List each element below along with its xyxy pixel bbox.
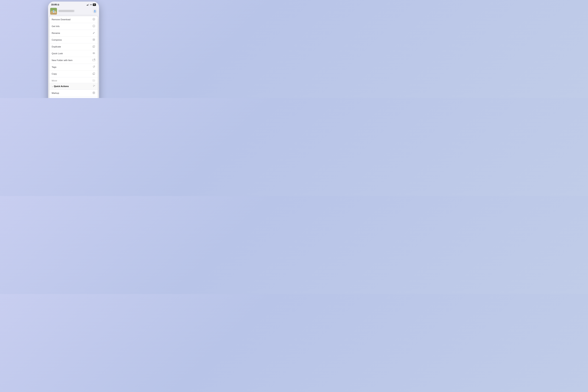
menu-item-move[interactable]: Move [50, 77, 98, 83]
phone-frame: 15:05 83 [48, 2, 99, 98]
thumbnail-image [50, 8, 57, 15]
menu-label-markup: Markup [52, 92, 59, 94]
menu-item-tags[interactable]: Tags [50, 64, 98, 70]
svg-rect-2 [87, 5, 87, 6]
share-icon [94, 10, 96, 12]
menu-label-move: Move [52, 80, 57, 82]
menu-item-remove-download[interactable]: Remove Download [50, 16, 98, 23]
dynamic-island-icon [57, 4, 59, 6]
move-icon [92, 79, 96, 82]
svg-rect-5 [88, 4, 89, 6]
quick-actions-label: Quick Actions [54, 85, 69, 88]
chevron-icon: ⌄ [52, 85, 53, 87]
menu-item-quick-look[interactable]: Quick Look [50, 50, 98, 57]
thumbnail-svg [50, 8, 57, 15]
svg-rect-12 [54, 12, 56, 12]
menu-label-remove-download: Remove Download [52, 18, 70, 21]
menu-item-compress[interactable]: Compress [50, 36, 98, 44]
menu-item-markup[interactable]: Markup [50, 90, 98, 96]
svg-point-19 [94, 53, 94, 54]
get-info-icon [92, 25, 96, 28]
copy-icon [92, 72, 96, 76]
menu-label-copy: Copy [52, 73, 57, 75]
compress-icon [92, 38, 96, 42]
svg-rect-10 [53, 10, 54, 12]
battery-percent: 83 [94, 4, 95, 6]
filename-area [58, 10, 91, 12]
quick-actions-left: ⌄ Quick Actions [52, 85, 69, 88]
quick-actions-header[interactable]: ⌄ Quick Actions [50, 83, 98, 90]
app-header [48, 7, 99, 16]
status-bar: 15:05 83 [48, 2, 99, 7]
filename-text [58, 10, 74, 12]
menu-label-duplicate: Duplicate [52, 46, 61, 48]
time-display: 15:05 [51, 4, 57, 6]
menu-item-get-info[interactable]: Get Info [50, 23, 98, 30]
tags-icon [92, 66, 96, 69]
menu-label-tags: Tags [52, 66, 56, 68]
svg-point-18 [93, 52, 95, 54]
menu-item-copy[interactable]: Copy [50, 70, 98, 77]
menu-label-quick-look: Quick Look [52, 52, 63, 55]
quick-look-icon [92, 52, 96, 55]
menu-item-new-folder-with-item[interactable]: New Folder with Item [50, 57, 98, 64]
svg-point-21 [94, 66, 94, 66]
svg-rect-22 [94, 73, 95, 74]
menu-item-rename[interactable]: Rename [50, 30, 98, 36]
markup-icon [92, 92, 96, 95]
svg-point-24 [94, 92, 94, 93]
svg-point-15 [94, 26, 94, 26]
menu-label-new-folder-with-item: New Folder with Item [52, 59, 73, 62]
menu-item-rotate-left[interactable]: Rotate Left [50, 96, 98, 98]
menu-item-duplicate[interactable]: Duplicate [50, 44, 98, 50]
menu-label-get-info: Get Info [52, 25, 60, 28]
header-action-button[interactable] [93, 9, 97, 13]
wifi-icon [90, 4, 92, 6]
wand-icon [93, 85, 96, 88]
battery-badge: 83 [93, 4, 96, 6]
file-thumbnail [50, 8, 57, 15]
svg-rect-3 [88, 4, 88, 6]
new-folder-with-item-icon [92, 59, 96, 62]
menu-label-compress: Compress [52, 39, 62, 41]
menu-label-rename: Rename [52, 32, 60, 34]
svg-point-23 [93, 92, 95, 94]
svg-point-1 [58, 4, 58, 5]
svg-rect-4 [88, 4, 88, 6]
status-time: 15:05 [51, 4, 59, 6]
status-icons: 83 [87, 4, 96, 6]
duplicate-icon [92, 45, 96, 48]
context-menu: Remove Download Get Info Rename [50, 16, 98, 98]
svg-rect-17 [94, 46, 95, 47]
remove-download-icon [92, 18, 96, 21]
rename-icon [92, 32, 96, 35]
signal-icon [87, 4, 89, 6]
